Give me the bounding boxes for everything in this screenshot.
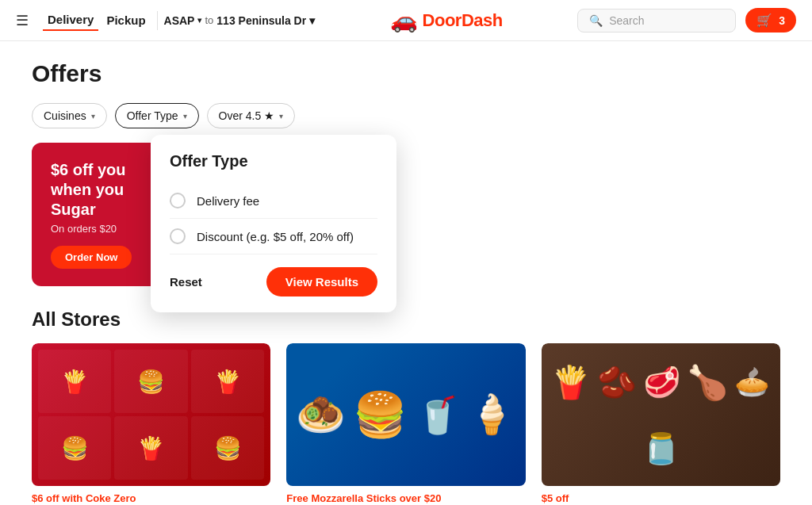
discount-label: Discount (e.g. $5 off, 20% off) xyxy=(197,230,354,243)
address-text: 113 Peninsula Dr xyxy=(216,14,306,27)
search-icon: 🔍 xyxy=(589,14,603,27)
all-stores-title: All Stores xyxy=(32,308,780,331)
smokey-offer: $5 off xyxy=(542,492,780,504)
nav: Delivery Pickup xyxy=(43,10,151,31)
store-card-wendys[interactable]: 🍟 🍔 🍟 🍔 🍟 🍔 $6 off with Coke Zero 🏠 Wend… xyxy=(32,343,270,505)
dropdown-title: Offer Type xyxy=(170,152,377,170)
food-item-2: 🍔 xyxy=(114,350,187,413)
delivery-tab[interactable]: Delivery xyxy=(43,10,98,31)
promo-title-line2: when you xyxy=(51,181,124,198)
asap-chevron: ▾ xyxy=(197,16,201,25)
pickup-tab[interactable]: Pickup xyxy=(102,10,150,30)
smokey-food-1: 🍟 xyxy=(551,364,591,401)
view-results-button[interactable]: View Results xyxy=(266,267,377,296)
asap-selector[interactable]: ASAP ▾ xyxy=(164,14,202,27)
page-title: Offers xyxy=(32,60,780,87)
rating-filter[interactable]: Over 4.5 ★ ▾ xyxy=(207,103,296,128)
smokey-food-2: 🫘 xyxy=(597,364,637,401)
food-item-1: 🍟 xyxy=(38,350,111,413)
sonic-food-3: 🥤 xyxy=(416,394,460,436)
logo-text: DoorDash xyxy=(423,10,503,31)
cart-button[interactable]: 🛒 3 xyxy=(745,8,796,33)
smokey-food-4: 🍗 xyxy=(687,363,728,402)
smokey-food-5: 🥧 xyxy=(734,365,770,399)
sonic-food-1: 🧆 xyxy=(296,392,345,438)
smokey-food-3: 🥩 xyxy=(643,365,680,400)
menu-icon[interactable]: ☰ xyxy=(16,12,29,29)
food-item-3: 🍟 xyxy=(191,350,264,413)
smokey-food-6: 🫙 xyxy=(642,431,680,466)
header: ☰ Delivery Pickup ASAP ▾ to 113 Peninsul… xyxy=(0,0,812,41)
offer-type-chevron: ▾ xyxy=(183,112,187,121)
sonic-offer: Free Mozzarella Sticks over $20 xyxy=(286,492,525,504)
store-card-smokey[interactable]: 🍟 🫘 🥩 🍗 🥧 🫙 $5 off 🏠 Smokey Bones Bar & … xyxy=(542,343,780,505)
stores-grid: 🍟 🍔 🍟 🍔 🍟 🍔 $6 off with Coke Zero 🏠 Wend… xyxy=(32,343,780,505)
address-selector[interactable]: 113 Peninsula Dr ▾ xyxy=(216,14,315,27)
discount-option[interactable]: Discount (e.g. $5 off, 20% off) xyxy=(170,219,377,254)
reset-button[interactable]: Reset xyxy=(170,275,202,289)
promo-order-button[interactable]: Order Now xyxy=(51,246,132,269)
sonic-image: 🧆 🍔 🥤 🍦 xyxy=(286,343,525,486)
page-content: Offers Cuisines ▾ Offer Type ▾ Over 4.5 … xyxy=(0,41,812,505)
logo-icon: 🚗 xyxy=(390,7,418,33)
search-placeholder: Search xyxy=(609,14,644,27)
header-divider xyxy=(157,11,158,30)
promo-title-line1: $6 off you xyxy=(51,161,125,178)
filter-row: Cuisines ▾ Offer Type ▾ Over 4.5 ★ ▾ Off… xyxy=(32,103,780,128)
rating-chevron: ▾ xyxy=(279,112,283,121)
store-card-sonic[interactable]: 🧆 🍔 🥤 🍦 Free Mozzarella Sticks over $20 … xyxy=(286,343,525,505)
cart-icon: 🛒 xyxy=(756,13,772,28)
food-item-6: 🍔 xyxy=(191,416,264,480)
discount-radio[interactable] xyxy=(170,228,186,244)
asap-label: ASAP xyxy=(164,14,195,27)
logo-area: 🚗 DoorDash xyxy=(315,7,577,33)
food-item-5: 🍟 xyxy=(114,416,187,480)
delivery-fee-radio[interactable] xyxy=(170,193,186,209)
address-chevron: ▾ xyxy=(309,14,315,27)
promo-title-line3: Sugar xyxy=(51,201,96,218)
cuisines-label: Cuisines xyxy=(44,109,86,122)
doordash-logo[interactable]: 🚗 DoorDash xyxy=(390,7,503,33)
offer-type-label: Offer Type xyxy=(127,109,178,122)
offer-type-filter[interactable]: Offer Type ▾ xyxy=(115,103,199,128)
offer-type-dropdown: Offer Type Delivery fee Discount (e.g. $… xyxy=(151,135,396,312)
rating-label: Over 4.5 ★ xyxy=(219,109,275,122)
cart-count: 3 xyxy=(779,14,785,27)
to-label: to xyxy=(205,14,213,26)
sonic-food-4: 🍦 xyxy=(468,392,515,437)
smokey-image: 🍟 🫘 🥩 🍗 🥧 🫙 xyxy=(542,343,780,486)
cuisines-chevron: ▾ xyxy=(91,112,95,121)
food-item-4: 🍔 xyxy=(38,416,111,480)
header-right: 🔍 Search 🛒 3 xyxy=(577,8,796,33)
wendys-image: 🍟 🍔 🍟 🍔 🍟 🍔 xyxy=(32,343,270,486)
wendys-offer: $6 off with Coke Zero xyxy=(32,492,270,504)
delivery-fee-label: Delivery fee xyxy=(197,194,259,208)
cuisines-filter[interactable]: Cuisines ▾ xyxy=(32,103,107,128)
dropdown-actions: Reset View Results xyxy=(170,267,377,296)
sonic-food-2: 🍔 xyxy=(353,389,408,441)
delivery-fee-option[interactable]: Delivery fee xyxy=(170,183,377,219)
search-bar[interactable]: 🔍 Search xyxy=(577,9,736,33)
